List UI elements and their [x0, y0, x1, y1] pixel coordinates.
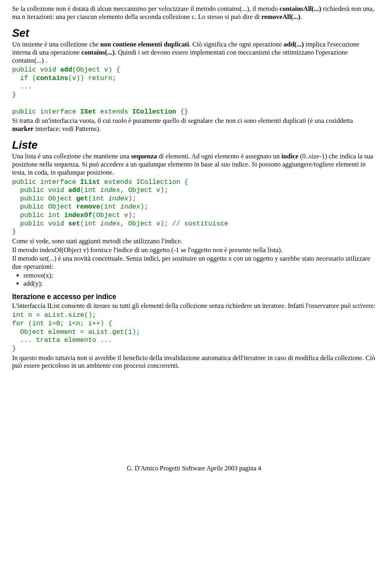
code-text: (int	[88, 195, 108, 202]
code-text: , Object v);	[120, 186, 168, 194]
code-text: );	[140, 203, 148, 211]
code-text: Object element = aList.get(i);	[12, 328, 140, 336]
code-text: public Object	[12, 195, 76, 202]
liste-paragraph-1: Una lista è una collezione che mantiene …	[12, 152, 376, 176]
code-text: index	[120, 203, 140, 211]
code-text: public void	[12, 66, 60, 74]
heading-set: Set	[12, 27, 376, 40]
code-text: }	[12, 228, 16, 236]
set-paragraph-2: Si tratta di un'interfaccia vuota, il cu…	[12, 117, 376, 133]
code-block-add: public void add(Object v) { if (contains…	[12, 66, 376, 116]
iter-paragraph-2: In questo modo tuttavia non si avrebbe i…	[12, 354, 376, 370]
text: .	[300, 13, 302, 21]
code-text: set	[68, 220, 80, 228]
iter-paragraph-1: L'interfaccia IList consente di iterare …	[12, 302, 376, 310]
page-footer: G. D'Amico Progetti Software Aprile 2003…	[12, 462, 376, 474]
code-text: (int	[100, 203, 120, 211]
code-text: ICollection	[132, 108, 176, 116]
code-text: {}	[176, 108, 188, 116]
code-text: (Object v) {	[72, 66, 120, 74]
code-text: (int	[80, 220, 100, 228]
heading-iterazione: Iterazione e accesso per indice	[12, 293, 376, 301]
set-paragraph-1: Un insieme è una collezione che non cont…	[12, 40, 376, 64]
code-text: add	[60, 66, 72, 74]
text: . Ciò significa che ogni operazione	[189, 40, 284, 48]
code-text: public int	[12, 211, 64, 219]
text: Una lista è una collezione che mantiene …	[12, 152, 131, 160]
text: Se la collezione non è dotata di alcun m…	[12, 5, 280, 13]
code-block-ilist: public interface IList extends ICollecti…	[12, 178, 376, 236]
text-bold: marker	[12, 125, 34, 133]
code-text: index	[108, 195, 129, 202]
code-text: public Object	[12, 203, 76, 211]
code-text: (Object v);	[92, 211, 136, 219]
code-text: index	[100, 220, 120, 228]
text-bold: sequenza	[131, 152, 157, 160]
list-item: remove(x);	[23, 272, 376, 280]
code-text: );	[128, 195, 136, 202]
liste-paragraph-2: Come si vede, sono stati aggiunti metodi…	[12, 237, 376, 245]
code-text: int n = aList.size();	[12, 311, 96, 319]
text: Un insieme è una collezione che	[12, 40, 100, 48]
text-bold: non contiene elementi duplicati	[100, 40, 189, 48]
code-text: public interface	[12, 108, 80, 116]
code-text: ISet	[80, 108, 96, 116]
text-bold: containsAll(...)	[280, 5, 321, 13]
text-bold: indice	[281, 152, 298, 160]
code-text: ...	[12, 83, 32, 91]
code-text: for (int i=0; i<n; i++) {	[12, 320, 112, 327]
code-text: public interface	[12, 178, 80, 186]
code-text: IList	[80, 178, 100, 186]
code-text: }	[12, 345, 16, 352]
list-item: add(y);	[23, 280, 376, 288]
text: Si tratta di un'interfaccia vuota, il cu…	[12, 117, 353, 124]
code-text: public void	[12, 186, 68, 194]
code-text: remove	[76, 203, 100, 211]
operations-list: remove(x); add(y);	[12, 272, 376, 288]
code-text: add	[68, 186, 80, 194]
code-text: index	[100, 186, 120, 194]
text-bold: add(...)	[284, 40, 304, 48]
intro-paragraph: Se la collezione non è dotata di alcun m…	[12, 5, 376, 21]
text: interface: vedi Patterns).	[34, 125, 101, 133]
code-block-iteration: int n = aList.size(); for (int i=0; i<n;…	[12, 311, 376, 353]
liste-paragraph-4: Il metodo set(...) è una novità concettu…	[12, 255, 376, 271]
code-text: (v)) return;	[68, 74, 116, 82]
heading-liste: Liste	[12, 139, 376, 152]
code-text: extends	[96, 108, 132, 116]
code-text: if (	[12, 74, 36, 82]
text: di elementi. Ad ogni elemento è assegnat…	[157, 152, 281, 160]
code-text: contains	[36, 74, 68, 82]
liste-paragraph-3: Il metodo indexOf(Object v) fornisce l'i…	[12, 246, 376, 254]
code-text: (int	[80, 186, 100, 194]
code-text: public void	[12, 220, 68, 228]
code-text: get	[76, 195, 88, 202]
text-bold: contains(...)	[81, 48, 114, 56]
code-text: indexOf	[64, 211, 92, 219]
code-text: , Object v); // sostituisce	[120, 220, 228, 228]
code-text: ... tratta elemento ...	[12, 336, 112, 344]
code-text: extends ICollection {	[100, 178, 188, 186]
text-bold: removeAll(...)	[261, 13, 300, 21]
code-text: }	[12, 91, 16, 99]
